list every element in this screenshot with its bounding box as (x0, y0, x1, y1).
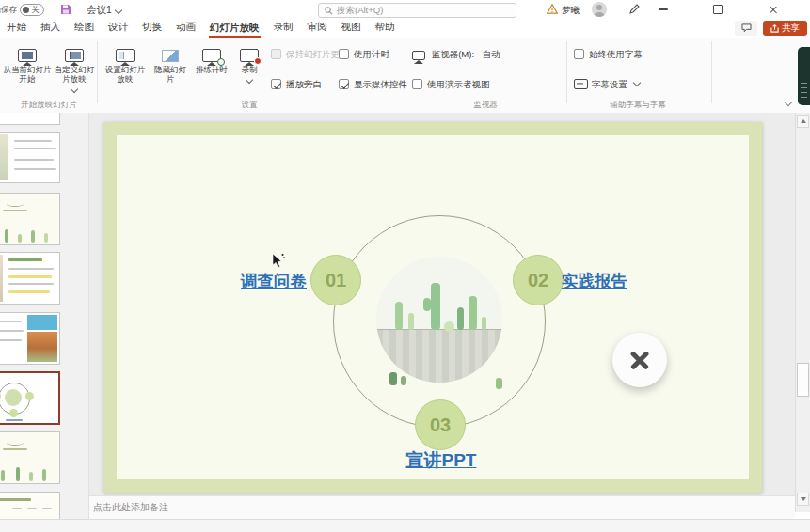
slide-thumbnail-6-selected[interactable] (0, 371, 60, 425)
monitor-clock-icon (202, 49, 221, 62)
hide-slide-label: 隐藏幻灯片 (151, 65, 190, 84)
hide-slide-button[interactable]: 隐藏幻灯片 (151, 43, 190, 84)
status-bar: 5 张, 共 18 张 中文(中国) 备注 87% (0, 519, 810, 532)
setup-slideshow-label: 设置幻灯片放映 (102, 65, 149, 84)
slide-thumbnail-3[interactable] (0, 193, 60, 245)
hub-number-02[interactable]: 02 (513, 255, 564, 305)
hub-number-01[interactable]: 01 (310, 255, 361, 305)
center-cactus-image[interactable] (376, 257, 502, 383)
collapse-ribbon-chevron-icon[interactable] (785, 99, 792, 106)
rehearse-timings-label: 排练计时 (196, 65, 228, 74)
tab-view[interactable]: 视图 (341, 19, 362, 38)
person-icon (592, 2, 607, 17)
search-placeholder: 搜索(Alt+Q) (337, 5, 383, 17)
slide-thumbnail-2[interactable] (0, 132, 60, 183)
arrow-up-icon (801, 119, 806, 123)
presenter-view-checkbox[interactable]: 使用演示者视图 (412, 79, 490, 91)
tab-slideshow-active[interactable]: 幻灯片放映 (209, 20, 261, 39)
save-icon[interactable] (60, 4, 71, 15)
minimize-button[interactable] (651, 0, 675, 19)
title-chevron-icon (115, 7, 122, 14)
comments-button[interactable] (735, 21, 757, 36)
mouse-cursor (271, 252, 286, 269)
ribbon-tab-row: 开始 插入 绘图 设计 切换 动画 幻灯片放映 录制 审阅 视图 帮助 (0, 19, 810, 38)
slide-thumbnail-1[interactable] (0, 113, 60, 125)
autosave-label: 自动保存 (0, 5, 17, 16)
tab-design[interactable]: 设计 (107, 19, 129, 38)
share-button[interactable]: 共享 (763, 21, 807, 36)
search-input[interactable]: 搜索(Alt+Q) (318, 3, 516, 18)
use-timings-checkbox[interactable]: 使用计时 (339, 49, 389, 61)
hub-number-03[interactable]: 03 (415, 399, 466, 450)
rehearse-timings-button[interactable]: 排练计时 (191, 43, 232, 74)
hyperlink-practice-report[interactable]: 实践报告 (562, 270, 627, 292)
tab-help[interactable]: 帮助 (374, 19, 396, 38)
tab-review[interactable]: 审阅 (307, 19, 328, 38)
slide-thumbnail-8[interactable] (0, 492, 60, 519)
always-use-subtitles-checkbox[interactable]: 始终使用字幕 (574, 49, 643, 61)
cactus-decoration (496, 378, 502, 389)
ribbon: 从当前幻灯片开始 自定义幻灯片放映 开始放映幻灯片 设置幻灯片放映 隐藏幻灯片 … (0, 38, 810, 114)
share-label: 共享 (782, 23, 800, 35)
keep-slides-updated-checkbox: 保持幻灯片更新 (271, 49, 349, 61)
tab-transitions[interactable]: 切换 (141, 19, 163, 38)
checkbox-unchecked-icon (412, 79, 422, 89)
record-label: 录制 (242, 65, 258, 74)
monitor-setup-icon (116, 49, 135, 62)
show-media-controls-checkbox[interactable]: 显示媒体控件 (339, 79, 407, 91)
autosave-state: 关 (31, 5, 40, 16)
close-button[interactable] (761, 0, 786, 19)
slide-thumbnail-5[interactable] (0, 312, 60, 365)
monitor-value: 自动 (483, 49, 500, 59)
thumbnail-image (0, 134, 8, 180)
scrollbar-thumb[interactable] (797, 363, 809, 397)
tab-animations[interactable]: 动画 (175, 19, 197, 38)
avatar[interactable] (592, 2, 607, 17)
notes-panel[interactable]: 点击此处添加备注 (89, 495, 795, 519)
user-name[interactable]: 梦曦 (562, 5, 580, 17)
group-label-captions: 辅助字幕与字幕 (566, 100, 709, 111)
group-label-setup: 设置 (102, 100, 397, 111)
hyperlink-lecture-ppt[interactable]: 宣讲PPT (386, 448, 497, 473)
tab-insert[interactable]: 插入 (40, 19, 61, 38)
hyperlink-survey[interactable]: 调查问卷 (216, 270, 307, 292)
group-separator (566, 41, 567, 103)
pen-icon[interactable] (628, 4, 640, 15)
maximize-button[interactable] (706, 0, 730, 19)
warning-icon[interactable] (547, 4, 558, 14)
document-title[interactable]: 会议1 (87, 4, 121, 17)
subtitle-settings-button[interactable]: 字幕设置 (574, 79, 640, 91)
slide-thumbnail-7[interactable] (0, 431, 60, 484)
thumbnail-image (27, 332, 57, 362)
record-button[interactable]: 录制 (233, 43, 265, 83)
side-widget[interactable] (798, 47, 810, 105)
play-narrations-checkbox[interactable]: 播放旁白 (271, 79, 322, 91)
group-label-start-show: 开始放映幻灯片 (4, 100, 94, 111)
checkbox-checked-icon (271, 79, 281, 89)
setup-slideshow-button[interactable]: 设置幻灯片放映 (102, 43, 149, 84)
tab-record[interactable]: 录制 (273, 19, 294, 38)
dropdown-chevron-icon (632, 79, 640, 86)
vertical-scrollbar[interactable] (795, 113, 810, 512)
custom-slideshow-button[interactable]: 自定义幻灯片放映 (53, 43, 96, 92)
monitor-dropdown[interactable]: 监视器(M): 自动 (412, 49, 581, 62)
scroll-down-button[interactable] (797, 493, 809, 506)
from-current-slide-label: 从当前幻灯片开始 (3, 65, 52, 84)
from-current-slide-button[interactable]: 从当前幻灯片开始 (3, 43, 52, 84)
checkbox-unchecked-icon (574, 49, 584, 59)
thumbnail-logo (7, 201, 24, 207)
checkbox-disabled-icon (271, 49, 281, 59)
monitor-label: 监视器(M): (432, 49, 474, 59)
scroll-up-button[interactable] (797, 115, 809, 128)
tab-home[interactable]: 开始 (6, 19, 27, 38)
slide-thumbnail-4[interactable] (0, 252, 60, 305)
thumbnail-circle (5, 389, 22, 406)
search-icon (325, 7, 333, 15)
tab-draw[interactable]: 绘图 (73, 19, 95, 38)
close-overlay-button[interactable] (612, 333, 667, 387)
checkbox-checked-icon (339, 79, 349, 89)
hide-slide-icon (162, 50, 179, 62)
autosave-toggle[interactable]: 自动保存 关 (0, 4, 44, 16)
monitor-play-icon (18, 49, 37, 62)
cactus-decoration (389, 372, 397, 385)
